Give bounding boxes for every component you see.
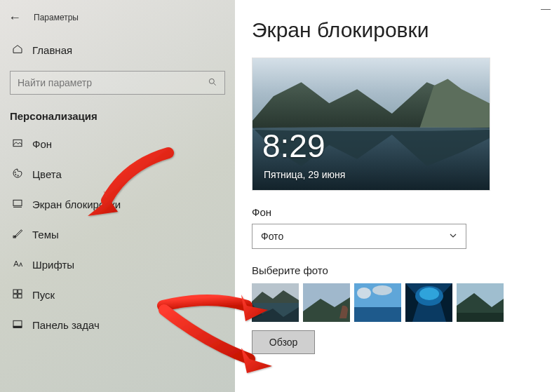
photo-thumbnail[interactable]	[354, 283, 401, 322]
search-placeholder: Найти параметр	[18, 77, 208, 88]
sidebar-item-start[interactable]: Пуск	[0, 280, 235, 310]
sidebar: ← Параметры Главная Найти параметр Персо…	[0, 0, 235, 392]
sidebar-item-fonts[interactable]: Шрифты	[0, 250, 235, 280]
svg-point-0	[209, 79, 214, 83]
svg-rect-11	[13, 295, 17, 298]
svg-point-4	[15, 174, 16, 175]
sidebar-item-label: Темы	[32, 229, 59, 241]
brush-icon	[10, 228, 25, 241]
svg-point-5	[18, 175, 18, 176]
background-label: Фон	[252, 206, 542, 218]
background-dropdown[interactable]: Фото	[252, 224, 466, 249]
svg-rect-29	[457, 313, 504, 322]
svg-line-1	[214, 83, 216, 85]
sidebar-item-lock-screen[interactable]: Экран блокировки	[0, 189, 235, 219]
browse-button-label: Обзор	[269, 337, 297, 348]
font-icon	[10, 258, 25, 271]
lock-screen-icon	[10, 198, 25, 211]
sidebar-item-label: Экран блокировки	[32, 198, 121, 210]
svg-rect-13	[13, 320, 22, 326]
svg-point-27	[419, 288, 439, 300]
taskbar-icon	[10, 318, 25, 332]
chevron-down-icon	[449, 231, 457, 242]
content-pane: — Экран блокировки 8:29 Пятница,	[235, 0, 559, 392]
sidebar-item-taskbar[interactable]: Панель задач	[0, 310, 235, 340]
sidebar-item-label: Фон	[32, 138, 52, 150]
window-title: Параметры	[34, 13, 79, 22]
sidebar-item-label: Шрифты	[32, 259, 74, 271]
svg-rect-22	[354, 307, 401, 322]
start-icon	[10, 288, 25, 302]
svg-rect-10	[18, 290, 22, 293]
browse-button[interactable]: Обзор	[252, 330, 315, 354]
sidebar-item-label: Панель задач	[32, 319, 100, 331]
svg-point-23	[357, 288, 371, 299]
sidebar-item-colors[interactable]: Цвета	[0, 159, 235, 189]
photo-thumbnail[interactable]	[405, 283, 452, 322]
sidebar-item-label: Главная	[32, 44, 72, 56]
svg-point-3	[15, 172, 15, 173]
page-title: Экран блокировки	[252, 18, 542, 42]
svg-rect-6	[13, 200, 22, 205]
svg-rect-9	[13, 290, 17, 293]
sidebar-item-themes[interactable]: Темы	[0, 219, 235, 250]
search-input[interactable]: Найти параметр	[10, 71, 225, 95]
photo-thumbnail[interactable]	[303, 283, 350, 322]
photo-thumbnail[interactable]	[457, 283, 504, 322]
sidebar-item-label: Цвета	[32, 168, 62, 180]
preview-date: Пятница, 29 июня	[264, 169, 345, 180]
svg-point-24	[372, 285, 392, 295]
search-icon	[208, 77, 217, 89]
back-arrow-icon[interactable]: ←	[8, 11, 21, 24]
dropdown-value: Фото	[261, 231, 449, 242]
svg-rect-12	[18, 295, 22, 298]
minimize-icon[interactable]: —	[541, 3, 551, 14]
sidebar-item-background[interactable]: Фон	[0, 129, 235, 159]
preview-clock: 8:29	[262, 127, 325, 165]
sidebar-item-label: Пуск	[32, 289, 55, 301]
home-icon	[10, 43, 25, 57]
titlebar: ← Параметры	[0, 7, 235, 28]
choose-photo-label: Выберите фото	[252, 264, 542, 276]
photo-thumbnail[interactable]	[252, 283, 299, 322]
svg-rect-14	[13, 326, 22, 327]
picture-icon	[10, 137, 25, 151]
section-title: Персонализация	[0, 106, 235, 129]
photo-thumbnail-list	[252, 283, 542, 322]
sidebar-item-home[interactable]: Главная	[0, 36, 235, 64]
lock-screen-preview: 8:29 Пятница, 29 июня	[252, 58, 490, 191]
palette-icon	[10, 168, 25, 181]
